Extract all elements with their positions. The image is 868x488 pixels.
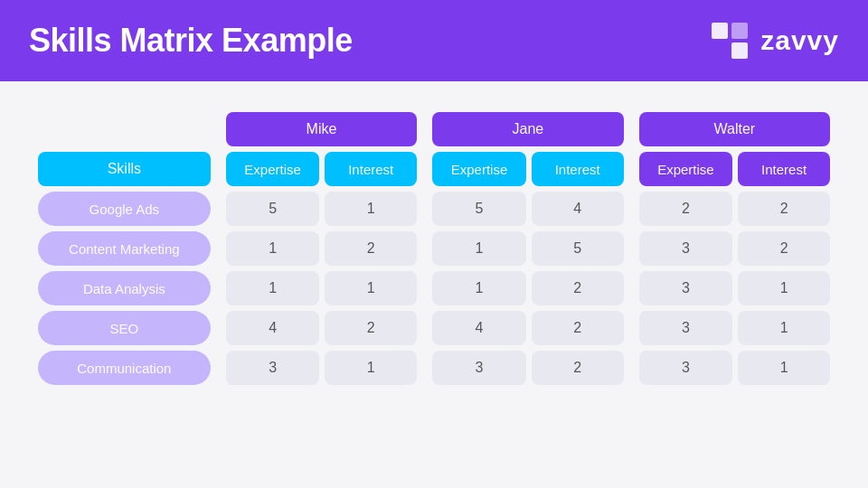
value-cell-r4-c3: 2 bbox=[532, 351, 624, 385]
person-header-jane: Jane bbox=[432, 112, 623, 146]
value-cell-r3-c1: 2 bbox=[325, 311, 417, 345]
skill-label-0: Google Ads bbox=[38, 192, 211, 226]
skills-column-header: Skills bbox=[38, 152, 211, 186]
logo: zavvy bbox=[708, 19, 839, 62]
skill-label-4: Communication bbox=[38, 351, 211, 385]
walter-expertise-header: Expertise bbox=[639, 152, 732, 186]
page-title: Skills Matrix Example bbox=[29, 22, 353, 60]
value-cell-r2-c5: 1 bbox=[738, 271, 830, 305]
value-cell-r0-c0: 5 bbox=[226, 192, 319, 226]
jane-interest-header: Interest bbox=[532, 152, 624, 186]
main-content: Mike Jane Walter Skills Expertise Intere… bbox=[0, 81, 868, 488]
skills-matrix-table: Mike Jane Walter Skills Expertise Intere… bbox=[33, 107, 835, 390]
value-cell-r1-c3: 5 bbox=[532, 231, 624, 266]
value-cell-r3-c4: 3 bbox=[639, 311, 732, 345]
svg-rect-2 bbox=[731, 23, 748, 39]
svg-rect-0 bbox=[712, 23, 728, 39]
value-cell-r2-c3: 2 bbox=[532, 271, 624, 305]
value-cell-r0-c5: 2 bbox=[738, 192, 830, 226]
value-cell-r0-c3: 4 bbox=[532, 192, 624, 226]
value-cell-r3-c5: 1 bbox=[738, 311, 830, 345]
value-cell-r2-c1: 1 bbox=[325, 271, 417, 305]
value-cell-r2-c2: 1 bbox=[432, 271, 525, 305]
value-cell-r3-c3: 2 bbox=[532, 311, 624, 345]
person-header-mike: Mike bbox=[226, 112, 417, 146]
value-cell-r4-c4: 3 bbox=[639, 351, 732, 385]
value-cell-r1-c4: 3 bbox=[639, 231, 732, 266]
value-cell-r3-c0: 4 bbox=[226, 311, 319, 345]
mike-interest-header: Interest bbox=[325, 152, 417, 186]
value-cell-r2-c0: 1 bbox=[226, 271, 319, 305]
value-cell-r2-c4: 3 bbox=[639, 271, 732, 305]
walter-interest-header: Interest bbox=[738, 152, 830, 186]
jane-expertise-header: Expertise bbox=[432, 152, 525, 186]
value-cell-r1-c0: 1 bbox=[226, 231, 319, 266]
logo-icon bbox=[708, 19, 751, 62]
value-cell-r4-c5: 1 bbox=[738, 351, 830, 385]
mike-expertise-header: Expertise bbox=[226, 152, 319, 186]
value-cell-r0-c4: 2 bbox=[639, 192, 732, 226]
value-cell-r4-c0: 3 bbox=[226, 351, 319, 385]
skill-label-3: SEO bbox=[38, 311, 211, 345]
skill-label-1: Content Marketing bbox=[38, 231, 211, 266]
value-cell-r4-c1: 1 bbox=[325, 351, 417, 385]
person-header-walter: Walter bbox=[639, 112, 830, 146]
svg-rect-1 bbox=[731, 42, 748, 59]
value-cell-r3-c2: 4 bbox=[432, 311, 525, 345]
value-cell-r1-c2: 1 bbox=[432, 231, 525, 266]
value-cell-r4-c2: 3 bbox=[432, 351, 525, 385]
page-header: Skills Matrix Example zavvy bbox=[0, 0, 868, 81]
value-cell-r1-c1: 2 bbox=[325, 231, 417, 266]
value-cell-r0-c2: 5 bbox=[432, 192, 525, 226]
skill-label-2: Data Analysis bbox=[38, 271, 211, 305]
logo-text: zavvy bbox=[760, 25, 839, 56]
value-cell-r1-c5: 2 bbox=[738, 231, 830, 266]
value-cell-r0-c1: 1 bbox=[325, 192, 417, 226]
